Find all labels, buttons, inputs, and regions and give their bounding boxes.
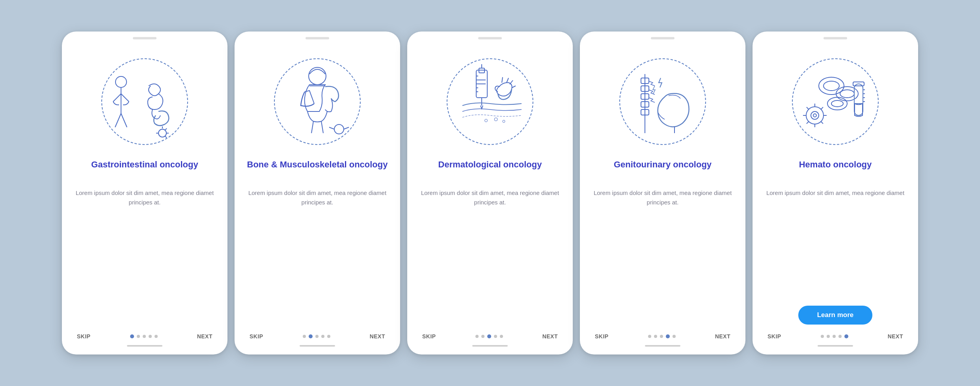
nav-dot-3[interactable]	[666, 334, 670, 338]
phone-genitourinary: Genitourinary oncology Lorem ipsum dolor…	[580, 32, 745, 354]
nav-dots	[130, 334, 158, 338]
nav-dot-0[interactable]	[303, 335, 306, 338]
nav-dot-4[interactable]	[155, 335, 158, 338]
phone-nav: SKIP NEXT	[764, 330, 907, 340]
learn-more-button[interactable]: Learn more	[798, 306, 873, 325]
nav-dot-4[interactable]	[327, 335, 330, 338]
nav-dot-2[interactable]	[660, 335, 663, 338]
nav-dots	[475, 334, 503, 338]
nav-dot-3[interactable]	[149, 335, 152, 338]
nav-dot-2[interactable]	[315, 335, 319, 338]
nav-dot-3[interactable]	[494, 335, 497, 338]
phone-title: Dermatological oncology	[438, 159, 542, 183]
nav-dot-4[interactable]	[500, 335, 503, 338]
nav-dot-0[interactable]	[130, 334, 134, 338]
illustration-dermatological	[439, 50, 541, 153]
nav-dot-3[interactable]	[838, 335, 842, 338]
nav-dot-1[interactable]	[654, 335, 657, 338]
phone-text: Lorem ipsum dolor sit dim amet, mea regi…	[418, 188, 562, 324]
phone-text: Lorem ipsum dolor sit dim amet, mea regi…	[73, 188, 216, 324]
phone-title: Bone & Musculoskeletal oncology	[247, 159, 388, 183]
phone-title: Gastrointestinal oncology	[91, 159, 198, 183]
phone-text: Lorem ipsum dolor sit dim amet, mea regi…	[766, 188, 904, 299]
illustration-bone	[266, 50, 369, 153]
nav-dot-4[interactable]	[844, 334, 848, 338]
phone-nav: SKIP NEXT	[418, 330, 562, 340]
illustration-hemato	[784, 50, 887, 153]
phone-bottom-bar	[300, 345, 335, 347]
dashed-circle	[447, 58, 533, 145]
next-button[interactable]: NEXT	[715, 333, 730, 340]
next-button[interactable]: NEXT	[197, 333, 212, 340]
nav-dots	[821, 334, 848, 338]
skip-button[interactable]: SKIP	[77, 333, 91, 340]
nav-dots	[303, 334, 330, 338]
phone-gastrointestinal: Gastrointestinal oncology Lorem ipsum do…	[62, 32, 227, 354]
nav-dot-1[interactable]	[827, 335, 830, 338]
nav-dot-0[interactable]	[648, 335, 651, 338]
dashed-circle	[619, 58, 706, 145]
skip-button[interactable]: SKIP	[250, 333, 263, 340]
phone-nav: SKIP NEXT	[73, 330, 216, 340]
nav-dot-4[interactable]	[673, 335, 676, 338]
nav-dot-2[interactable]	[833, 335, 836, 338]
phone-bottom-bar	[645, 345, 680, 347]
skip-button[interactable]: SKIP	[595, 333, 609, 340]
nav-dots	[648, 334, 676, 338]
dashed-circle	[101, 58, 188, 145]
phone-bottom-bar	[818, 345, 853, 347]
skip-button[interactable]: SKIP	[422, 333, 436, 340]
phone-text: Lorem ipsum dolor sit dim amet, mea regi…	[591, 188, 734, 324]
phone-nav: SKIP NEXT	[591, 330, 734, 340]
nav-dot-0[interactable]	[475, 335, 479, 338]
phone-dermatological: Dermatological oncology Lorem ipsum dolo…	[407, 32, 573, 354]
phone-text: Lorem ipsum dolor sit dim amet, mea regi…	[246, 188, 389, 324]
illustration-genitourinary	[611, 50, 714, 153]
phone-title: Hemato oncology	[799, 159, 872, 183]
nav-dot-0[interactable]	[821, 335, 824, 338]
phone-nav: SKIP NEXT	[246, 330, 389, 340]
nav-dot-1[interactable]	[481, 335, 484, 338]
phone-bottom-bar	[472, 345, 508, 347]
nav-dot-3[interactable]	[321, 335, 324, 338]
nav-dot-2[interactable]	[487, 334, 491, 338]
dashed-circle	[792, 58, 879, 145]
nav-dot-1[interactable]	[309, 334, 313, 338]
phone-hemato: Hemato oncology Lorem ipsum dolor sit di…	[753, 32, 918, 354]
nav-dot-2[interactable]	[143, 335, 146, 338]
illustration-gastrointestinal	[93, 50, 196, 153]
dashed-circle	[274, 58, 361, 145]
skip-button[interactable]: SKIP	[768, 333, 781, 340]
phone-title: Genitourinary oncology	[614, 159, 712, 183]
next-button[interactable]: NEXT	[370, 333, 385, 340]
phone-bottom-bar	[127, 345, 162, 347]
nav-dot-1[interactable]	[137, 335, 140, 338]
next-button[interactable]: NEXT	[542, 333, 558, 340]
next-button[interactable]: NEXT	[888, 333, 903, 340]
phone-bone-musculoskeletal: Bone & Musculoskeletal oncology Lorem ip…	[235, 32, 400, 354]
phones-container: Gastrointestinal oncology Lorem ipsum do…	[62, 32, 918, 354]
